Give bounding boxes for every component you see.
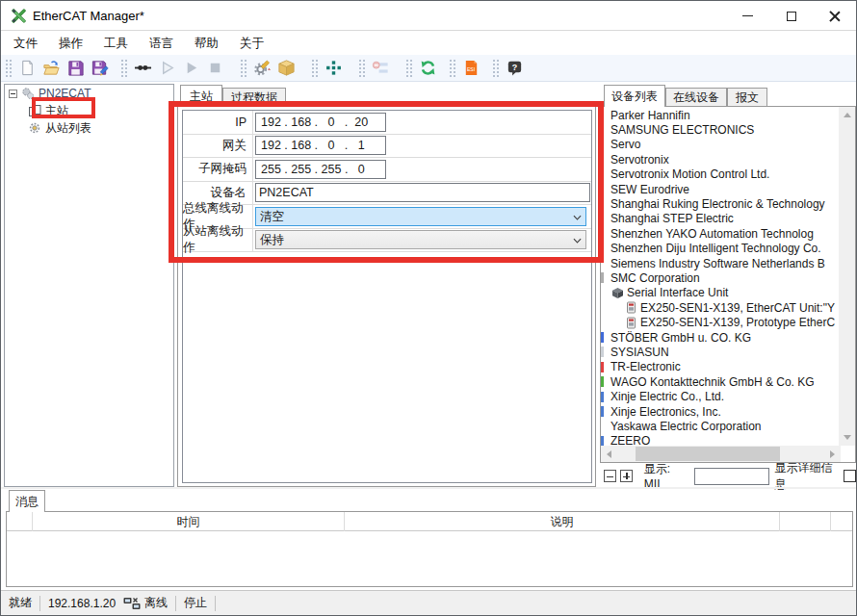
close-button[interactable] — [813, 1, 856, 31]
device-list-item[interactable]: EX250-SEN1-X139, Prototype EtherC — [601, 315, 839, 329]
scroll-up-button[interactable] — [839, 107, 855, 123]
description-column-header[interactable]: 说明 — [345, 512, 780, 531]
collapse-expander-icon[interactable] — [9, 90, 17, 98]
device-list-item[interactable]: Shenzhen YAKO Automation Technolog — [601, 226, 839, 241]
scan-topology-button[interactable] — [322, 56, 346, 80]
device-list-item[interactable]: Yaskawa Electric Corporation — [601, 419, 839, 433]
device-list-item-label: Yaskawa Electric Corporation — [610, 420, 762, 433]
esi-file-button[interactable]: ESI — [459, 56, 483, 80]
device-list-item[interactable]: Servo — [601, 138, 839, 152]
device-list-hscrollbar[interactable] — [601, 446, 841, 462]
toolbar-grip[interactable] — [404, 58, 413, 78]
device-name-field[interactable]: PN2ECAT — [255, 183, 590, 202]
device-list-item[interactable]: Parker Hannifin — [601, 108, 839, 122]
tab-device-list[interactable]: 设备列表 — [604, 85, 665, 107]
window-title: EtherCAT Manager* — [33, 1, 144, 31]
device-list-item[interactable]: SMC Corporation — [601, 270, 839, 285]
toolbar-grip[interactable] — [239, 58, 247, 78]
scroll-right-button[interactable] — [824, 446, 841, 462]
scroll-down-button[interactable] — [839, 429, 855, 446]
toolbar-grip[interactable] — [448, 58, 456, 78]
device-list-item[interactable]: ZEERO — [601, 434, 839, 446]
minimize-button[interactable] — [726, 1, 769, 31]
tree-root-item[interactable]: PN2ECAT — [5, 85, 173, 102]
device-list-item[interactable]: TR-Electronic — [601, 360, 839, 374]
run-button-disabled[interactable] — [155, 56, 179, 80]
menu-item-help[interactable]: 帮助 — [184, 32, 229, 55]
offline-config-button-disabled[interactable] — [369, 56, 393, 80]
expand-all-button[interactable] — [620, 470, 633, 482]
show-detail-checkbox[interactable] — [844, 470, 856, 482]
tree-item-master[interactable]: 主站 — [5, 102, 173, 119]
device-list-item[interactable]: SAMSUNG ELECTRONICS — [601, 122, 839, 137]
maximize-button[interactable] — [769, 1, 813, 31]
subnet-mask-field[interactable]: 255 . 255 . 255 . 0 — [255, 160, 386, 179]
hscroll-thumb[interactable] — [636, 447, 780, 461]
scroll-down-icon — [844, 435, 851, 440]
start-button-disabled[interactable] — [179, 56, 203, 80]
tab-process-data[interactable]: 过程数据 — [222, 88, 286, 107]
device-list-item[interactable]: Shanghai Ruking Electronic & Technology — [601, 196, 839, 211]
device-list-item[interactable]: STÖBER GmbH u. CO. KG — [601, 330, 839, 345]
device-list-item-label: Siemens Industry Software Netherlands B — [610, 257, 825, 270]
ip-field[interactable]: 192 . 168 . 0 . 20 — [255, 113, 386, 132]
device-list-item[interactable]: EX250-SEN1-X139, EtherCAT Unit:"Y — [601, 300, 839, 315]
device-list-item[interactable]: Siemens Industry Software Netherlands B — [601, 256, 839, 270]
horizontal-splitter[interactable] — [1, 487, 856, 489]
close-icon — [829, 11, 841, 22]
toolbar-grip[interactable] — [119, 58, 128, 78]
toolbar-grip[interactable] — [357, 58, 366, 78]
device-list-item[interactable]: WAGO Kontakttechnik GmbH & Co. KG — [601, 374, 839, 389]
time-column-header[interactable]: 时间 — [33, 512, 345, 531]
toolbar-grip[interactable] — [310, 58, 319, 78]
open-project-button[interactable] — [39, 56, 64, 80]
tree-root-label: PN2ECAT — [39, 87, 91, 100]
tab-packets[interactable]: 报文 — [727, 88, 767, 107]
menu-item-about[interactable]: 关于 — [229, 32, 274, 55]
tree-item-slave-list[interactable]: 从站列表 — [5, 119, 173, 137]
tab-master[interactable]: 主站 — [180, 85, 222, 107]
stop-button-disabled[interactable] — [203, 56, 227, 80]
bus-offline-select[interactable]: 清空 — [255, 207, 586, 226]
device-list-item[interactable]: Xinje Electric Co., Ltd. — [601, 389, 839, 403]
play-outline-icon — [158, 59, 176, 77]
help-button[interactable]: ? — [503, 56, 527, 80]
device-list-item[interactable]: Servotronix — [601, 152, 839, 167]
ip-row: IP 192 . 168 . 0 . 20 — [183, 111, 591, 135]
master-pages-icon — [28, 104, 41, 117]
toolbar-grip[interactable] — [491, 58, 500, 78]
device-list-item[interactable]: SEW Eurodrive — [601, 182, 839, 196]
tree-item-master-label: 主站 — [45, 103, 68, 119]
menu-item-file[interactable]: 文件 — [3, 32, 48, 55]
device-list-item[interactable]: Xinje Electronics, Inc. — [601, 404, 839, 419]
package-button[interactable] — [274, 56, 299, 80]
collapse-all-button[interactable] — [604, 470, 616, 482]
stop-icon — [206, 59, 224, 77]
vendor-logo-sliver — [601, 346, 604, 357]
menu-item-tools[interactable]: 工具 — [93, 32, 139, 55]
device-list-vscrollbar[interactable] — [839, 107, 855, 446]
device-list-item[interactable]: SYSIASUN — [601, 345, 839, 359]
slave-offline-value: 保持 — [260, 233, 284, 246]
menu-item-language[interactable]: 语言 — [139, 32, 184, 55]
new-file-button[interactable] — [15, 56, 39, 80]
tab-online-devices[interactable]: 在线设备 — [665, 88, 727, 107]
toolbar-grip[interactable] — [4, 58, 13, 78]
mii-filter-input[interactable] — [694, 468, 769, 485]
settings-edit-button[interactable] — [250, 56, 274, 80]
gateway-field[interactable]: 192 . 168 . 0 . 1 — [255, 136, 386, 155]
device-list-item[interactable]: Shenzhen Diju Intelligent Technology Co. — [601, 242, 839, 256]
save-as-button[interactable] — [88, 56, 112, 80]
device-list-item[interactable]: Shanghai STEP Electric — [601, 212, 839, 226]
slave-offline-select[interactable]: 保持 — [255, 230, 586, 249]
device-list-item[interactable]: Serial Interface Unit — [601, 286, 839, 300]
scroll-left-button[interactable] — [601, 446, 617, 462]
menu-item-operation[interactable]: 操作 — [48, 32, 93, 55]
refresh-button[interactable] — [416, 56, 440, 80]
vendor-logo-sliver — [601, 436, 604, 446]
connect-button[interactable] — [131, 56, 155, 80]
save-button[interactable] — [64, 56, 88, 80]
device-list-item[interactable]: Servotronix Motion Control Ltd. — [601, 167, 839, 182]
subnet-row: 子网掩码 255 . 255 . 255 . 0 — [183, 158, 591, 182]
tab-messages[interactable]: 消息 — [9, 490, 45, 512]
